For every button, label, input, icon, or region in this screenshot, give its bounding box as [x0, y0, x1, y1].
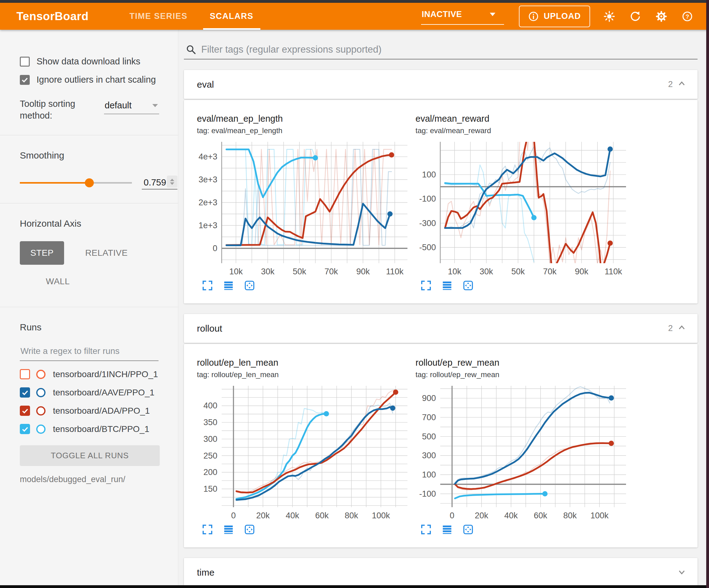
smoothing-slider-thumb[interactable]: [85, 178, 94, 187]
smoothing-slider[interactable]: [20, 177, 132, 188]
svg-text:150: 150: [203, 484, 217, 493]
show-download-links-checkbox[interactable]: [20, 57, 30, 67]
chevron-up-icon[interactable]: [677, 79, 686, 90]
tooltip-sorting-dropdown[interactable]: default: [104, 100, 159, 114]
section-header-rollout[interactable]: rollout2: [184, 314, 698, 343]
fit-domain-icon[interactable]: [244, 524, 255, 535]
fullscreen-icon[interactable]: [420, 280, 431, 291]
chart-plot-area[interactable]: 020k40k60k80k100k150200250300350400: [197, 383, 416, 523]
run-checkbox[interactable]: [20, 424, 30, 434]
svg-text:3e+3: 3e+3: [199, 175, 217, 184]
svg-text:100: 100: [422, 470, 436, 479]
runs-selector-icon[interactable]: [223, 524, 234, 535]
chevron-down-icon[interactable]: [677, 567, 686, 578]
svg-text:?: ?: [685, 13, 689, 20]
chart-tag-label: tag: rollout/ep_rew_mean: [416, 370, 634, 379]
runs-selector-icon[interactable]: [442, 280, 453, 291]
smoothing-label: Smoothing: [20, 150, 162, 161]
chart-plot[interactable]: 020k40k60k80k100k-100100300500700900: [416, 383, 629, 521]
stepper-down-icon[interactable]: [170, 182, 174, 185]
browser-top-strip: [0, 0, 709, 3]
svg-text:20k: 20k: [475, 511, 489, 520]
ignore-outliers-checkbox[interactable]: [20, 75, 30, 85]
chart-title: eval/mean_reward: [416, 113, 634, 124]
horizontal-axis-label: Horizontal Axis: [20, 218, 162, 229]
smoothing-value-box[interactable]: 0.759: [142, 176, 177, 189]
axis-step-button[interactable]: STEP: [20, 241, 64, 265]
section-header-right: [677, 567, 686, 578]
status-label: INACTIVE: [422, 9, 462, 19]
svg-text:1e+3: 1e+3: [199, 221, 217, 230]
section-header-time[interactable]: time: [184, 558, 698, 587]
section-title: eval: [197, 79, 214, 90]
svg-text:90k: 90k: [357, 267, 370, 276]
runs-filter-input[interactable]: [20, 343, 159, 361]
fullscreen-icon[interactable]: [202, 524, 213, 535]
tab-scalars[interactable]: SCALARS: [199, 3, 265, 30]
axis-relative-button[interactable]: RELATIVE: [75, 241, 138, 265]
chart-panel-rollout-ep-rew-mean: rollout/ep_rew_meantag: rollout/ep_rew_m…: [416, 358, 634, 535]
chart-plot[interactable]: 10k30k50k70k90k110k100-100-300-500: [416, 139, 629, 277]
svg-text:300: 300: [422, 451, 436, 460]
svg-text:20k: 20k: [256, 511, 270, 520]
run-label: tensorboard/BTC/PPO_1: [53, 424, 149, 434]
section-header-eval[interactable]: eval2: [184, 70, 698, 99]
show-download-links-row[interactable]: Show data download links: [20, 56, 162, 67]
svg-text:90k: 90k: [575, 267, 588, 276]
run-row[interactable]: tensorboard/1INCH/PPO_1: [20, 369, 162, 379]
run-row[interactable]: tensorboard/ADA/PPO_1: [20, 406, 162, 416]
chart-tag-label: tag: rollout/ep_len_mean: [197, 370, 416, 379]
run-row[interactable]: tensorboard/AAVE/PPO_1: [20, 387, 162, 398]
run-checkbox[interactable]: [20, 406, 30, 416]
smoothing-stepper[interactable]: [167, 176, 177, 188]
axis-wall-button[interactable]: WALL: [35, 270, 80, 293]
stepper-up-icon[interactable]: [170, 179, 174, 181]
runs-selector-icon[interactable]: [442, 524, 453, 535]
chevron-down-icon: [152, 104, 158, 107]
upload-button[interactable]: UPLOAD: [519, 6, 590, 27]
tab-time-series[interactable]: TIME SERIES: [118, 3, 199, 30]
chart-plot-area[interactable]: 10k30k50k70k90k110k01e+32e+33e+34e+3: [197, 139, 416, 279]
svg-text:30k: 30k: [479, 267, 493, 276]
svg-text:70k: 70k: [543, 267, 557, 276]
svg-text:60k: 60k: [315, 511, 329, 520]
tag-filter-bar[interactable]: [184, 42, 698, 59]
runs-selector-icon[interactable]: [223, 280, 234, 291]
chart-plot[interactable]: 020k40k60k80k100k150200250300350400: [197, 383, 411, 521]
tooltip-sorting-label: Tooltip sorting method:: [20, 98, 104, 121]
brightness-icon[interactable]: [603, 9, 616, 23]
run-label: tensorboard/1INCH/PPO_1: [53, 369, 158, 379]
svg-text:70k: 70k: [324, 267, 338, 276]
help-icon[interactable]: ?: [681, 9, 694, 23]
refresh-icon[interactable]: [629, 9, 642, 23]
svg-text:200: 200: [203, 467, 217, 477]
svg-text:50k: 50k: [293, 267, 307, 276]
run-label: tensorboard/ADA/PPO_1: [53, 406, 150, 416]
run-checkbox[interactable]: [20, 369, 30, 379]
fit-domain-icon[interactable]: [463, 280, 474, 291]
chart-plot-area[interactable]: 020k40k60k80k100k-100100300500700900: [416, 383, 634, 523]
toggle-all-runs-button[interactable]: TOGGLE ALL RUNS: [20, 445, 160, 466]
show-download-links-label: Show data download links: [36, 56, 140, 67]
ignore-outliers-row[interactable]: Ignore outliers in chart scaling: [20, 75, 162, 85]
svg-text:500: 500: [422, 432, 436, 441]
chart-plot[interactable]: 10k30k50k70k90k110k01e+32e+33e+34e+3: [197, 139, 411, 277]
section-charts-card: rollout/ep_len_meantag: rollout/ep_len_m…: [184, 344, 698, 547]
svg-text:2e+3: 2e+3: [199, 198, 217, 207]
chart-plot-area[interactable]: 10k30k50k70k90k110k100-100-300-500: [416, 139, 634, 279]
run-checkbox[interactable]: [20, 387, 30, 398]
fullscreen-icon[interactable]: [420, 524, 431, 535]
run-row[interactable]: tensorboard/BTC/PPO_1: [20, 424, 162, 434]
settings-gear-icon[interactable]: [655, 9, 668, 23]
chart-toolbar: [416, 524, 634, 535]
fit-domain-icon[interactable]: [244, 280, 255, 291]
section-title: time: [197, 567, 215, 578]
fullscreen-icon[interactable]: [202, 280, 213, 291]
tag-filter-input[interactable]: [201, 44, 696, 55]
status-dropdown[interactable]: INACTIVE: [421, 8, 504, 25]
svg-text:900: 900: [422, 393, 436, 403]
upload-label: UPLOAD: [544, 11, 581, 21]
sections-root: eval2eval/mean_ep_lengthtag: eval/mean_e…: [184, 70, 698, 587]
fit-domain-icon[interactable]: [463, 524, 474, 535]
chevron-up-icon[interactable]: [677, 323, 686, 334]
